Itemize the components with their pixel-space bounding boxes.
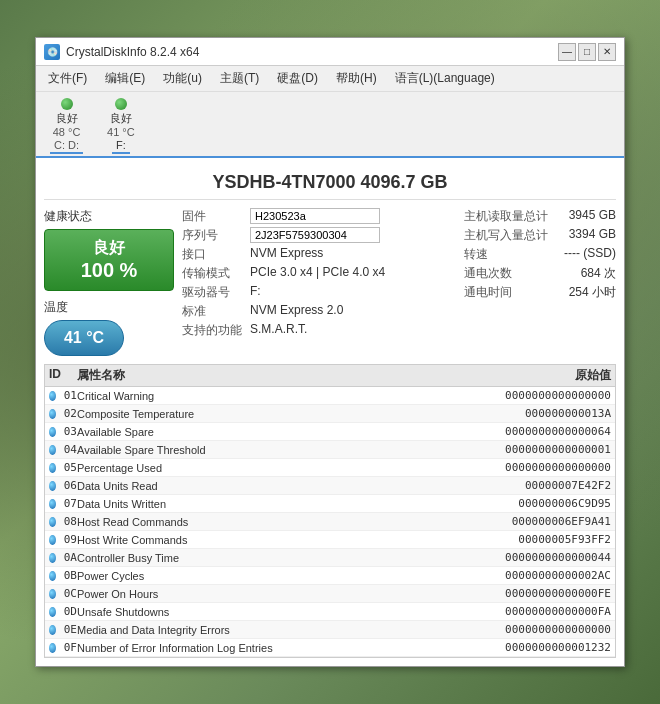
status-cd: 良好: [56, 111, 78, 126]
row-name: Data Units Read: [77, 480, 344, 492]
row-value: 000000006EF9A41: [344, 515, 611, 528]
table-row: 0D Unsafe Shutdowns 00000000000000FA: [45, 603, 615, 621]
row-name: Controller Busy Time: [77, 552, 344, 564]
row-id: 0E: [64, 623, 77, 636]
status-dot-cd: [61, 98, 73, 110]
standard-value: NVM Express 2.0: [250, 303, 436, 320]
row-value: 000000000013A: [344, 407, 611, 420]
row-value: 00000007E42F2: [344, 479, 611, 492]
row-id: 0B: [64, 569, 77, 582]
row-name: Available Spare Threshold: [77, 444, 344, 456]
power-on-time-value: 254 小时: [564, 284, 616, 301]
row-name: Power Cycles: [77, 570, 344, 582]
row-id: 09: [64, 533, 77, 546]
info-grid: 固件 序列号 接口 NVM Express 传输模式 PCIe 3.0 x4 |…: [182, 208, 436, 339]
temp-section: 温度 41 °C: [44, 299, 174, 356]
menu-bar: 文件(F) 编辑(E) 功能(u) 主题(T) 硬盘(D) 帮助(H) 语言(L…: [36, 66, 624, 92]
row-value: 00000000000002AC: [344, 569, 611, 582]
row-value: 0000000000000000: [344, 461, 611, 474]
row-name: Percentage Used: [77, 462, 344, 474]
health-status: 良好: [49, 238, 169, 259]
row-status-dot: [49, 625, 56, 635]
menu-language[interactable]: 语言(L)(Language): [387, 68, 503, 89]
transfer-label: 传输模式: [182, 265, 242, 282]
col-name: 属性名称: [77, 367, 344, 384]
minimize-button[interactable]: —: [558, 43, 576, 61]
table-row: 0B Power Cycles 00000000000002AC: [45, 567, 615, 585]
menu-function[interactable]: 功能(u): [155, 68, 210, 89]
row-name: Data Units Written: [77, 498, 344, 510]
interface-value: NVM Express: [250, 246, 436, 263]
health-box: 良好 100 %: [44, 229, 174, 291]
close-button[interactable]: ✕: [598, 43, 616, 61]
row-id: 04: [64, 443, 77, 456]
row-value: 0000000000000044: [344, 551, 611, 564]
table-row: 06 Data Units Read 00000007E42F2: [45, 477, 615, 495]
transfer-value: PCIe 3.0 x4 | PCIe 4.0 x4: [250, 265, 436, 282]
row-status-dot: [49, 535, 56, 545]
row-status-dot: [49, 553, 56, 563]
drive-letter-f: F:: [112, 138, 130, 154]
row-name: Available Spare: [77, 426, 344, 438]
table-row: 02 Composite Temperature 000000000013A: [45, 405, 615, 423]
row-id-cell: 08: [49, 515, 77, 528]
table-row: 0E Media and Data Integrity Errors 00000…: [45, 621, 615, 639]
status-f: 良好: [110, 111, 132, 126]
title-bar-left: 💿 CrystalDiskInfo 8.2.4 x64: [44, 44, 199, 60]
menu-file[interactable]: 文件(F): [40, 68, 95, 89]
row-value: 00000000000000FA: [344, 605, 611, 618]
read-total-label: 主机读取量总计: [464, 208, 548, 225]
menu-help[interactable]: 帮助(H): [328, 68, 385, 89]
center-info: 固件 序列号 接口 NVM Express 传输模式 PCIe 3.0 x4 |…: [182, 208, 436, 356]
title-bar-controls: — □ ✕: [558, 43, 616, 61]
row-id-cell: 07: [49, 497, 77, 510]
row-value: 0000000000000000: [344, 623, 611, 636]
power-on-count-value: 684 次: [564, 265, 616, 282]
table-row: 01 Critical Warning 0000000000000000: [45, 387, 615, 405]
row-id: 02: [64, 407, 77, 420]
interface-label: 接口: [182, 246, 242, 263]
status-dot-f: [115, 98, 127, 110]
features-value: S.M.A.R.T.: [250, 322, 436, 339]
standard-label: 标准: [182, 303, 242, 320]
driver-value: F:: [250, 284, 436, 301]
row-status-dot: [49, 499, 56, 509]
row-id-cell: 0E: [49, 623, 77, 636]
table-row: 08 Host Read Commands 000000006EF9A41: [45, 513, 615, 531]
drive-tab-cd[interactable]: 良好 48 °C C: D:: [44, 96, 89, 156]
row-status-dot: [49, 571, 56, 581]
row-id: 0C: [64, 587, 77, 600]
menu-theme[interactable]: 主题(T): [212, 68, 267, 89]
menu-edit[interactable]: 编辑(E): [97, 68, 153, 89]
health-percent: 100 %: [49, 259, 169, 282]
row-id-cell: 06: [49, 479, 77, 492]
temp-f: 41 °C: [107, 126, 135, 138]
serial-value: [250, 227, 436, 244]
col-value: 原始值: [344, 367, 611, 384]
row-id-cell: 02: [49, 407, 77, 420]
table-row: 05 Percentage Used 0000000000000000: [45, 459, 615, 477]
left-panel: 健康状态 良好 100 % 温度 41 °C: [44, 208, 174, 356]
table-row: 03 Available Spare 0000000000000064: [45, 423, 615, 441]
menu-disk[interactable]: 硬盘(D): [269, 68, 326, 89]
row-name: Critical Warning: [77, 390, 344, 402]
row-name: Power On Hours: [77, 588, 344, 600]
row-id: 07: [64, 497, 77, 510]
row-id: 08: [64, 515, 77, 528]
main-window: 💿 CrystalDiskInfo 8.2.4 x64 — □ ✕ 文件(F) …: [35, 37, 625, 667]
temp-cd: 48 °C: [53, 126, 81, 138]
row-value: 0000000000000064: [344, 425, 611, 438]
firmware-input[interactable]: [250, 208, 380, 224]
title-bar-text: CrystalDiskInfo 8.2.4 x64: [66, 45, 199, 59]
drive-tab-f[interactable]: 良好 41 °C F:: [101, 96, 141, 156]
maximize-button[interactable]: □: [578, 43, 596, 61]
serial-input[interactable]: [250, 227, 380, 243]
row-name: Number of Error Information Log Entries: [77, 642, 344, 654]
row-status-dot: [49, 589, 56, 599]
row-id-cell: 05: [49, 461, 77, 474]
row-id-cell: 09: [49, 533, 77, 546]
row-id-cell: 0F: [49, 641, 77, 654]
table-row: 09 Host Write Commands 00000005F93FF2: [45, 531, 615, 549]
row-name: Composite Temperature: [77, 408, 344, 420]
firmware-value: [250, 208, 436, 225]
